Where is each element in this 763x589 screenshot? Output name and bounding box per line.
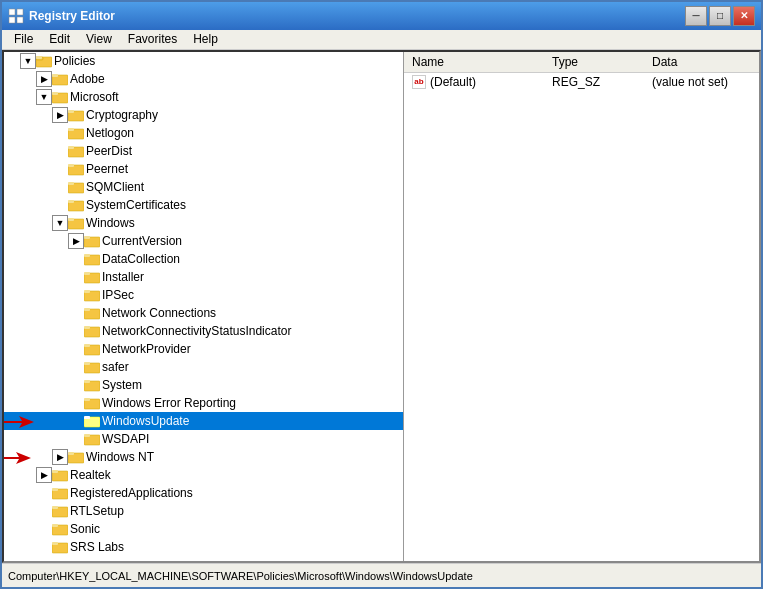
svg-rect-40 [84,362,90,365]
node-label-sonic: Sonic [68,522,100,536]
node-label-networkprovider: NetworkProvider [100,342,191,356]
tree-row[interactable]: ▶ Windows NT [4,448,403,466]
expand-cryptography[interactable]: ▶ [52,107,68,123]
node-label-sqmclient: SQMClient [84,180,144,194]
app-window: Registry Editor ─ □ ✕ File Edit View Fav… [0,0,763,589]
expand-currentversion[interactable]: ▶ [68,233,84,249]
data-cell-name: (Default) [430,75,476,89]
svg-rect-58 [52,506,58,509]
tree-row[interactable]: System [4,376,403,394]
tree-row[interactable]: ▼ Windows [4,214,403,232]
data-cell-type: REG_SZ [548,74,648,90]
svg-rect-32 [84,290,90,293]
menu-favorites[interactable]: Favorites [120,30,185,48]
svg-rect-38 [84,344,90,347]
tree-row[interactable]: ▶ CurrentVersion [4,232,403,250]
svg-rect-54 [52,470,58,473]
svg-rect-6 [36,56,42,59]
tree-row[interactable]: ▶ Adobe [4,70,403,88]
menu-view[interactable]: View [78,30,120,48]
node-label-windowserrorreporting: Windows Error Reporting [100,396,236,410]
tree-row[interactable]: RegisteredApplications [4,484,403,502]
node-label-cryptography: Cryptography [84,108,158,122]
expand-windowsnt[interactable]: ▶ [52,449,68,465]
svg-rect-0 [9,9,15,15]
expand-realtek[interactable]: ▶ [36,467,52,483]
col-header-data: Data [648,54,755,70]
node-label-systemcertificates: SystemCertificates [84,198,186,212]
tree-row[interactable]: ▶ Cryptography [4,106,403,124]
folder-icon [36,54,52,68]
folder-icon [84,270,100,284]
node-label-srslabs: SRS Labs [68,540,124,554]
expand-windows[interactable]: ▼ [52,215,68,231]
tree-row[interactable]: ▶ Realtek [4,466,403,484]
tree-row-windowsupdate[interactable]: WindowsUpdate [4,412,403,430]
maximize-button[interactable]: □ [709,6,731,26]
svg-rect-24 [68,218,74,221]
node-label-ipsec: IPSec [100,288,134,302]
folder-icon [52,90,68,104]
folder-icon [84,288,100,302]
tree-row[interactable]: Sonic [4,520,403,538]
node-label-windowsupdate: WindowsUpdate [100,414,189,428]
tree-row[interactable]: SRS Labs [4,538,403,556]
tree-row[interactable]: DataCollection [4,250,403,268]
folder-icon [68,450,84,464]
tree-row[interactable]: Netlogon [4,124,403,142]
tree-row[interactable]: ▼ Microsoft [4,88,403,106]
svg-rect-36 [84,326,90,329]
node-label-currentversion: CurrentVersion [100,234,182,248]
node-label-registeredapplications: RegisteredApplications [68,486,193,500]
svg-rect-42 [84,380,90,383]
menu-edit[interactable]: Edit [41,30,78,48]
folder-icon [52,486,68,500]
expand-policies[interactable]: ▼ [20,53,36,69]
tree-row[interactable]: Network Connections [4,304,403,322]
tree-row[interactable]: PeerDist [4,142,403,160]
node-label-safer: safer [100,360,129,374]
ab-icon: ab [412,75,426,89]
status-path: Computer\HKEY_LOCAL_MACHINE\SOFTWARE\Pol… [8,570,473,582]
tree-row[interactable]: SystemCertificates [4,196,403,214]
tree-row[interactable]: NetworkProvider [4,340,403,358]
menu-help[interactable]: Help [185,30,226,48]
app-icon [8,8,24,24]
tree-row[interactable]: WSDAPI [4,430,403,448]
node-label-networkconnections: Network Connections [100,306,216,320]
folder-icon [52,72,68,86]
data-cell-data: (value not set) [648,74,755,90]
folder-icon [52,468,68,482]
data-row-default[interactable]: ab (Default) REG_SZ (value not set) [404,73,759,91]
tree-row[interactable]: Peernet [4,160,403,178]
folder-icon [84,252,100,266]
minimize-button[interactable]: ─ [685,6,707,26]
folder-icon [84,360,100,374]
right-pane: Name Type Data ab (Default) REG_SZ (valu… [404,52,759,561]
folder-icon [68,126,84,140]
svg-rect-44 [84,398,90,401]
close-button[interactable]: ✕ [733,6,755,26]
svg-rect-1 [17,9,23,15]
tree-row[interactable]: safer [4,358,403,376]
tree-row[interactable]: IPSec [4,286,403,304]
node-label-system: System [100,378,142,392]
tree-pane[interactable]: ▼ Policies ▶ Adobe [4,52,404,561]
node-label-netlogon: Netlogon [84,126,134,140]
folder-icon [68,108,84,122]
folder-icon [84,378,100,392]
tree-row[interactable]: ▼ Policies [4,52,403,70]
folder-icon [68,144,84,158]
expand-microsoft[interactable]: ▼ [36,89,52,105]
tree-row[interactable]: Windows Error Reporting [4,394,403,412]
menu-bar: File Edit View Favorites Help [2,30,761,50]
menu-file[interactable]: File [6,30,41,48]
svg-rect-26 [84,236,90,239]
node-label-installer: Installer [100,270,144,284]
folder-icon [84,342,100,356]
tree-row[interactable]: RTLSetup [4,502,403,520]
tree-row[interactable]: NetworkConnectivityStatusIndicator [4,322,403,340]
expand-adobe[interactable]: ▶ [36,71,52,87]
tree-row[interactable]: SQMClient [4,178,403,196]
tree-row[interactable]: Installer [4,268,403,286]
